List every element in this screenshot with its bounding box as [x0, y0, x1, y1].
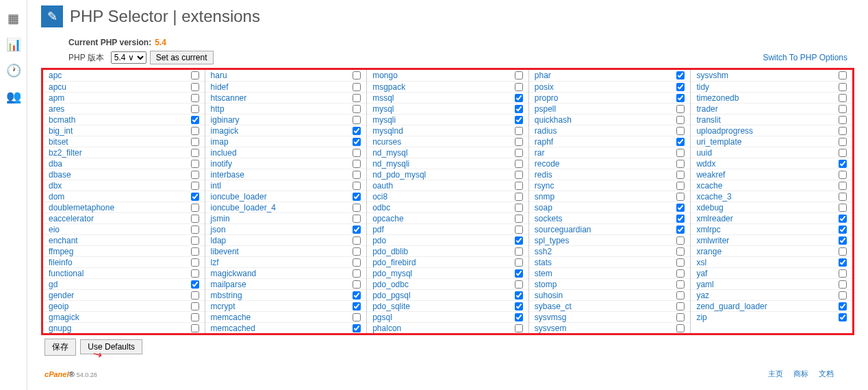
extension-checkbox[interactable]: [515, 193, 523, 201]
extension-name[interactable]: gmagick: [49, 313, 79, 322]
extension-name[interactable]: xmlwriter: [696, 236, 729, 245]
extension-checkbox[interactable]: [839, 215, 847, 223]
extension-name[interactable]: sybase_ct: [535, 302, 572, 311]
extension-checkbox[interactable]: [353, 236, 361, 245]
extension-name[interactable]: phar: [535, 71, 551, 80]
extension-checkbox[interactable]: [839, 71, 847, 80]
extension-checkbox[interactable]: [839, 247, 847, 256]
extension-name[interactable]: ares: [49, 104, 64, 114]
extension-name[interactable]: gender: [49, 291, 74, 300]
extension-checkbox[interactable]: [515, 149, 523, 157]
extension-checkbox[interactable]: [676, 105, 685, 113]
extension-checkbox[interactable]: [191, 269, 199, 278]
extension-name[interactable]: big_int: [49, 126, 73, 136]
extension-checkbox[interactable]: [515, 83, 523, 91]
extension-checkbox[interactable]: [676, 291, 685, 300]
extension-name[interactable]: enchant: [49, 236, 78, 245]
extension-checkbox[interactable]: [676, 215, 685, 223]
extension-checkbox[interactable]: [839, 160, 847, 168]
extension-checkbox[interactable]: [191, 71, 199, 80]
extension-checkbox[interactable]: [353, 127, 361, 135]
extension-checkbox[interactable]: [676, 302, 685, 310]
extension-name[interactable]: eio: [49, 225, 60, 234]
extension-checkbox[interactable]: [839, 291, 847, 300]
extension-name[interactable]: yaml: [696, 280, 713, 289]
extension-name[interactable]: ioncube_loader_4: [211, 203, 276, 212]
extension-checkbox[interactable]: [676, 71, 685, 80]
extension-name[interactable]: inotify: [211, 159, 232, 169]
extension-name[interactable]: mysqlnd: [372, 126, 403, 136]
extension-name[interactable]: yaz: [696, 291, 709, 300]
extension-checkbox[interactable]: [515, 324, 523, 332]
extension-name[interactable]: mcrypt: [211, 302, 235, 311]
extension-name[interactable]: trader: [696, 104, 717, 114]
extension-name[interactable]: imap: [211, 137, 229, 147]
extension-name[interactable]: jsmin: [211, 214, 230, 223]
extension-checkbox[interactable]: [353, 226, 361, 234]
extension-name[interactable]: sockets: [535, 214, 563, 223]
extension-name[interactable]: radius: [535, 126, 557, 136]
extension-checkbox[interactable]: [839, 149, 847, 157]
extension-name[interactable]: hidef: [211, 82, 229, 92]
extension-name[interactable]: mbstring: [211, 291, 242, 300]
extension-name[interactable]: xsl: [696, 258, 706, 267]
extension-checkbox[interactable]: [191, 149, 199, 157]
extension-checkbox[interactable]: [676, 116, 685, 124]
extension-name[interactable]: xcache: [696, 181, 722, 191]
extension-checkbox[interactable]: [839, 302, 847, 310]
extension-name[interactable]: gnupg: [49, 324, 71, 333]
extension-name[interactable]: propro: [535, 93, 559, 103]
extension-checkbox[interactable]: [676, 83, 685, 91]
extension-name[interactable]: pdo_sqlite: [372, 302, 410, 311]
extension-checkbox[interactable]: [353, 247, 361, 256]
extension-checkbox[interactable]: [515, 105, 523, 113]
extension-checkbox[interactable]: [515, 226, 523, 234]
extension-name[interactable]: mailparse: [211, 280, 246, 289]
extension-name[interactable]: sysvshm: [696, 71, 728, 80]
extension-name[interactable]: haru: [211, 71, 227, 80]
extension-name[interactable]: stomp: [535, 280, 557, 289]
extension-checkbox[interactable]: [515, 247, 523, 256]
extension-name[interactable]: pdo: [372, 236, 386, 245]
extension-name[interactable]: interbase: [211, 170, 244, 180]
extension-name[interactable]: recode: [535, 159, 560, 169]
extension-name[interactable]: mssql: [372, 93, 394, 103]
extension-checkbox[interactable]: [515, 116, 523, 124]
extension-name[interactable]: ioncube_loader: [211, 192, 267, 202]
extension-checkbox[interactable]: [191, 226, 199, 234]
extension-name[interactable]: htscanner: [211, 93, 247, 103]
extension-checkbox[interactable]: [353, 105, 361, 113]
extension-name[interactable]: magickwand: [211, 269, 257, 278]
extension-name[interactable]: imagick: [211, 126, 239, 136]
extension-name[interactable]: msgpack: [372, 82, 405, 92]
extension-name[interactable]: ffmpeg: [49, 247, 73, 256]
extension-checkbox[interactable]: [676, 269, 685, 278]
extension-checkbox[interactable]: [353, 313, 361, 321]
extension-name[interactable]: xrange: [696, 247, 722, 256]
extension-checkbox[interactable]: [839, 138, 847, 146]
extension-name[interactable]: mysql: [372, 104, 394, 114]
extension-name[interactable]: soap: [535, 203, 552, 212]
extension-name[interactable]: stats: [535, 258, 552, 267]
extension-checkbox[interactable]: [676, 324, 685, 332]
extension-checkbox[interactable]: [353, 149, 361, 157]
extension-checkbox[interactable]: [515, 127, 523, 135]
extension-name[interactable]: rar: [535, 148, 545, 158]
extension-name[interactable]: posix: [535, 82, 554, 92]
footer-link[interactable]: 主页: [768, 369, 783, 378]
switch-options-link[interactable]: Switch To PHP Options: [763, 53, 847, 62]
extension-checkbox[interactable]: [191, 204, 199, 212]
extension-checkbox[interactable]: [676, 149, 685, 157]
extension-checkbox[interactable]: [353, 269, 361, 278]
extension-name[interactable]: nd_mysql: [372, 148, 407, 158]
extension-checkbox[interactable]: [515, 138, 523, 146]
extension-checkbox[interactable]: [515, 160, 523, 168]
extension-checkbox[interactable]: [191, 182, 199, 190]
extension-name[interactable]: inclued: [211, 148, 237, 158]
extension-checkbox[interactable]: [353, 94, 361, 102]
extension-checkbox[interactable]: [191, 215, 199, 223]
extension-name[interactable]: sysvsem: [535, 324, 567, 333]
grid-icon[interactable]: ▦: [0, 5, 27, 32]
extension-name[interactable]: functional: [49, 269, 84, 278]
extension-name[interactable]: apcu: [49, 82, 66, 92]
